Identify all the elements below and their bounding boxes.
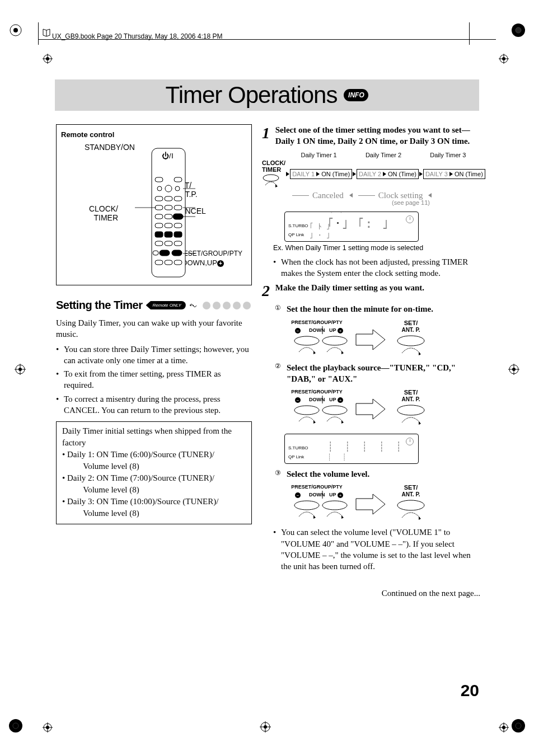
flow-side-l1: CLOCK/ — [262, 159, 285, 166]
reg-mark-bot-left2 — [43, 722, 53, 732]
step-2: 2 Make the Daily timer setting as you wa… — [262, 282, 480, 300]
svg-rect-49 — [174, 205, 182, 210]
svg-text:PRESET/GROUP/PTY: PRESET/GROUP/PTY — [291, 484, 343, 490]
intro-bullet-1: You can store three Daily Timer settings… — [56, 344, 252, 367]
header-vert-1 — [38, 22, 39, 45]
reg-mark-right — [508, 364, 519, 375]
defaults-item-3: • Daily 3: ON Time (10:00)/Source (TUNER… — [62, 496, 246, 519]
flow-canceled: Canceled — [312, 191, 344, 200]
flow-box-3: DAILY 3ON (Time) — [423, 169, 485, 179]
sub-step-2: ② Select the playback source—"TUNER," "C… — [273, 362, 480, 385]
svg-rect-53 — [155, 223, 163, 228]
sub3-text: Select the volume level. — [287, 468, 480, 480]
svg-point-36 — [502, 726, 505, 729]
reg-mark-tr — [510, 22, 526, 38]
reg-mark-bl — [8, 718, 24, 734]
svg-rect-65 — [155, 260, 163, 265]
display2-qplink: QP Link — [288, 454, 304, 459]
display-caption: Ex. When Daily Timer 1 setting mode is s… — [273, 244, 480, 252]
svg-rect-61 — [174, 241, 182, 246]
sound-icon — [189, 302, 197, 309]
intro-text: Using Daily Timer, you can wake up with … — [56, 317, 252, 340]
sub1-num: ① — [273, 303, 282, 312]
svg-rect-56 — [155, 232, 163, 237]
svg-text:SET/: SET/ — [404, 389, 418, 396]
intro-bullet-2: To exit from the timer setting, press TI… — [56, 368, 252, 391]
sub1-text: Set the hour then the minute for on-time… — [287, 303, 480, 314]
svg-rect-45 — [165, 196, 172, 201]
callout-clock: CLOCK/ TIMER — [73, 204, 118, 222]
svg-rect-57 — [165, 232, 172, 237]
continued-text: Continued on the next page... — [262, 589, 480, 598]
header-vert-2 — [469, 22, 470, 45]
defaults-item-2: • Daily 2: ON Time (7:00)/Source (TUNER)… — [62, 472, 246, 496]
reg-mark-top-right2 — [499, 54, 509, 64]
svg-rect-44 — [155, 196, 163, 201]
svg-point-42 — [157, 186, 162, 191]
ctrl-up: UP — [329, 327, 336, 333]
svg-rect-51 — [155, 214, 163, 219]
callout-clock-l1: CLOCK/ — [89, 204, 118, 213]
svg-rect-52 — [165, 214, 172, 219]
display-ticks — [330, 212, 402, 242]
volume-note-text: You can select the volume level ("VOLUME… — [273, 527, 480, 572]
remote-box-label: Remote control — [61, 130, 247, 139]
timer-flow: CLOCK/ TIMER DAILY 1ON (Time) DAILY 2ON … — [262, 159, 480, 189]
remote-only-badge: Remote ONLY — [146, 301, 186, 309]
svg-point-1 — [13, 28, 18, 32]
svg-point-12 — [18, 368, 22, 371]
svg-rect-37 — [152, 148, 185, 277]
svg-text:UP: UP — [329, 397, 336, 402]
remote-diagram: ⏻/Ⅰ — [135, 145, 202, 279]
svg-rect-59 — [155, 241, 163, 246]
svg-text:SET/: SET/ — [404, 484, 418, 491]
timer-button-icon — [262, 174, 284, 187]
reg-mark-top-left2 — [43, 54, 53, 64]
timer-labels: Daily Timer 1 Daily Timer 2 Daily Timer … — [287, 152, 480, 158]
sub2-num: ② — [273, 362, 282, 371]
svg-rect-67 — [174, 260, 182, 265]
svg-rect-62 — [160, 250, 170, 256]
display2-main: ┊ ┊ ┊ ┊ ┊ — [327, 441, 404, 452]
svg-rect-58 — [174, 232, 182, 237]
svg-point-16 — [512, 368, 516, 371]
svg-text:−: − — [297, 493, 299, 498]
step-1-num: 1 — [262, 124, 273, 142]
display-qplink: QP Link — [288, 232, 304, 237]
svg-point-7 — [512, 719, 525, 732]
sub-step-1: ① Set the hour then the minute for on-ti… — [273, 303, 480, 314]
ctrl-preset-label: PRESET/GROUP/PTY — [291, 320, 343, 325]
step1-note: When the clock has not been adjusted, pr… — [273, 256, 480, 279]
defaults-title: Daily Timer initial settings when shippe… — [62, 425, 246, 449]
svg-rect-39 — [155, 177, 163, 182]
svg-point-84 — [322, 336, 347, 345]
svg-text:UP: UP — [329, 492, 336, 497]
svg-rect-50 — [173, 214, 183, 219]
defaults-box: Daily Timer initial settings when shippe… — [56, 421, 252, 524]
svg-point-95 — [322, 406, 347, 415]
svg-point-98 — [397, 405, 424, 415]
svg-point-28 — [502, 57, 505, 60]
svg-point-20 — [264, 725, 267, 729]
svg-rect-64 — [153, 251, 158, 255]
svg-text:+: + — [339, 328, 342, 334]
section-heading-text: Setting the Timer — [56, 299, 143, 312]
svg-point-83 — [294, 336, 319, 345]
reg-mark-tl — [8, 22, 24, 38]
svg-rect-54 — [165, 223, 172, 228]
section-heading: Setting the Timer Remote ONLY — [56, 299, 252, 312]
reg-mark-left — [15, 364, 26, 375]
svg-point-74 — [193, 305, 194, 306]
book-icon — [42, 28, 51, 37]
flow-box-1: DAILY 1ON (Time) — [290, 169, 352, 179]
volume-note: You can select the volume level ("VOLUME… — [273, 527, 480, 572]
header-rule — [38, 39, 496, 40]
svg-text:ANT. P.: ANT. P. — [401, 396, 420, 402]
step-2-num: 2 — [262, 282, 273, 300]
svg-point-24 — [46, 57, 49, 60]
flow-box-2: DAILY 2ON (Time) — [357, 169, 419, 179]
display2-timer-icon — [406, 438, 414, 445]
timer-label-2: Daily Timer 2 — [366, 152, 401, 158]
svg-text:⏻/Ⅰ: ⏻/Ⅰ — [162, 152, 174, 160]
callout-standby: STANDBY/ON — [85, 143, 135, 152]
